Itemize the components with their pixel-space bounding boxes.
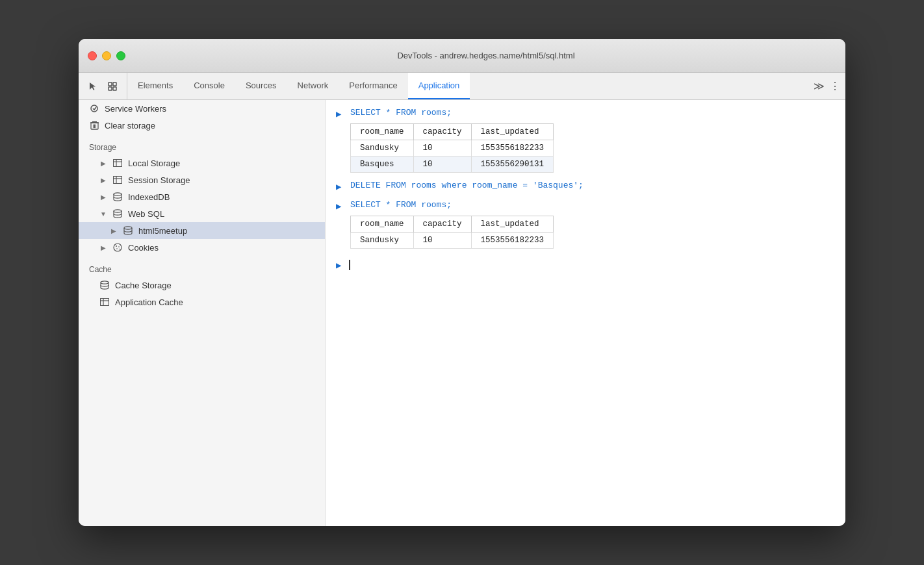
cell-last-updated: 1553556182233 bbox=[471, 232, 554, 249]
cell-room-name: Basques bbox=[351, 157, 414, 173]
close-button[interactable] bbox=[88, 51, 97, 60]
cursor-icon[interactable] bbox=[85, 79, 101, 94]
svg-rect-1 bbox=[113, 82, 116, 86]
service-workers-label: Service Workers bbox=[105, 104, 166, 114]
sql-console[interactable]: ▶ SELECT * FROM rooms; room_name capacit… bbox=[326, 100, 845, 279]
prompt-icon-input: ▶ bbox=[336, 259, 345, 271]
sql-command-2: DELETE FROM rooms where room_name = 'Bas… bbox=[350, 181, 584, 190]
indexeddb-icon bbox=[112, 192, 123, 202]
more-tabs-icon: ≫ bbox=[814, 80, 825, 92]
local-storage-icon bbox=[112, 158, 123, 168]
table-row: Basques 10 1553556290131 bbox=[351, 157, 554, 173]
sql-entry-1: ▶ SELECT * FROM rooms; room_name capacit… bbox=[336, 108, 835, 173]
sql-line-2: ▶ DELETE FROM rooms where room_name = 'B… bbox=[336, 181, 835, 192]
col-capacity-1: capacity bbox=[413, 124, 471, 140]
inspect-icon[interactable] bbox=[105, 79, 120, 94]
prompt-icon-2: ▶ bbox=[336, 181, 345, 192]
tab-bar: Elements Console Sources Network Perform… bbox=[127, 73, 808, 99]
col-capacity-2: capacity bbox=[413, 216, 471, 232]
svg-point-19 bbox=[114, 193, 122, 195]
trash-icon bbox=[89, 120, 99, 131]
kebab-menu-icon: ⋮ bbox=[830, 80, 840, 92]
cell-last-updated: 1553556290131 bbox=[471, 157, 554, 173]
col-room-name-1: room_name bbox=[351, 124, 414, 140]
prompt-icon-3: ▶ bbox=[336, 200, 345, 212]
sidebar-item-local-storage[interactable]: ▶ Local Storage bbox=[79, 155, 325, 171]
tab-network[interactable]: Network bbox=[287, 73, 339, 99]
sidebar-item-html5meetup[interactable]: ▶ html5meetup bbox=[79, 222, 325, 239]
local-storage-chevron: ▶ bbox=[99, 159, 107, 167]
sidebar: Service Workers Clear storage bbox=[79, 100, 326, 526]
tab-elements[interactable]: Elements bbox=[127, 73, 183, 99]
col-room-name-2: room_name bbox=[351, 216, 414, 232]
local-storage-label: Local Storage bbox=[128, 158, 180, 168]
titlebar: DevTools - andrew.hedges.name/html5/sql.… bbox=[79, 39, 845, 73]
application-cache-label: Application Cache bbox=[115, 297, 183, 307]
svg-rect-0 bbox=[109, 82, 112, 86]
sql-entry-3: ▶ SELECT * FROM rooms; room_name capacit… bbox=[336, 200, 835, 249]
html5meetup-label: html5meetup bbox=[138, 226, 187, 236]
cell-capacity: 10 bbox=[413, 140, 471, 157]
table-row: Sandusky 10 1553556182233 bbox=[351, 232, 554, 249]
svg-point-20 bbox=[114, 210, 122, 212]
tab-application[interactable]: Application bbox=[408, 73, 470, 99]
sidebar-item-cache-storage[interactable]: Cache Storage bbox=[79, 277, 325, 294]
svg-rect-2 bbox=[109, 87, 112, 90]
clear-storage-label: Clear storage bbox=[105, 121, 155, 131]
prompt-icon-1: ▶ bbox=[336, 108, 345, 119]
tab-sources[interactable]: Sources bbox=[235, 73, 287, 99]
sql-table-1: room_name capacity last_updated Sandusky… bbox=[350, 123, 554, 173]
sidebar-item-session-storage[interactable]: ▶ Session Storage bbox=[79, 171, 325, 188]
sidebar-item-application-cache[interactable]: Application Cache bbox=[79, 294, 325, 310]
svg-rect-3 bbox=[113, 87, 116, 90]
cookies-icon bbox=[112, 242, 123, 253]
html5meetup-icon bbox=[123, 225, 133, 236]
svg-point-21 bbox=[124, 227, 132, 229]
web-sql-icon bbox=[112, 208, 123, 219]
tab-performance[interactable]: Performance bbox=[339, 73, 407, 99]
sql-entry-2: ▶ DELETE FROM rooms where room_name = 'B… bbox=[336, 181, 835, 192]
col-last-updated-2: last_updated bbox=[471, 216, 554, 232]
sidebar-item-indexeddb[interactable]: ▶ IndexedDB bbox=[79, 188, 325, 205]
svg-rect-28 bbox=[101, 299, 109, 306]
sql-table-2: room_name capacity last_updated Sandusky… bbox=[350, 216, 554, 249]
sidebar-item-web-sql[interactable]: ▼ Web SQL bbox=[79, 205, 325, 222]
svg-point-23 bbox=[116, 245, 117, 247]
sidebar-item-cookies[interactable]: ▶ Cookies bbox=[79, 239, 325, 256]
toolbar-more[interactable]: ≫ ⋮ bbox=[808, 73, 845, 99]
cache-section-label: Cache bbox=[79, 256, 325, 277]
session-storage-chevron: ▶ bbox=[99, 176, 107, 184]
maximize-button[interactable] bbox=[116, 51, 125, 60]
sql-command-3: SELECT * FROM rooms; bbox=[350, 200, 452, 210]
web-sql-chevron: ▼ bbox=[99, 210, 107, 218]
cache-storage-icon bbox=[99, 280, 110, 290]
svg-point-22 bbox=[114, 244, 122, 251]
svg-rect-13 bbox=[114, 160, 122, 167]
sql-line-1: ▶ SELECT * FROM rooms; bbox=[336, 108, 835, 119]
devtools-window: DevTools - andrew.hedges.name/html5/sql.… bbox=[79, 39, 845, 526]
html5meetup-chevron: ▶ bbox=[110, 227, 118, 234]
svg-rect-16 bbox=[114, 177, 122, 184]
indexeddb-chevron: ▶ bbox=[99, 193, 107, 201]
indexeddb-label: IndexedDB bbox=[128, 192, 170, 202]
toolbar-icons bbox=[79, 73, 127, 99]
svg-point-26 bbox=[119, 249, 120, 249]
cookies-chevron: ▶ bbox=[99, 244, 107, 251]
cache-storage-label: Cache Storage bbox=[115, 281, 172, 290]
sidebar-item-clear-storage[interactable]: Clear storage bbox=[79, 117, 325, 134]
session-storage-icon bbox=[112, 175, 123, 185]
toolbar: Elements Console Sources Network Perform… bbox=[79, 73, 845, 100]
table-row: Sandusky 10 1553556182233 bbox=[351, 140, 554, 157]
traffic-lights bbox=[88, 51, 125, 60]
main-content: Service Workers Clear storage bbox=[79, 100, 845, 526]
sql-command-1: SELECT * FROM rooms; bbox=[350, 108, 452, 118]
tab-console[interactable]: Console bbox=[183, 73, 235, 99]
cell-capacity: 10 bbox=[413, 232, 471, 249]
window-title: DevTools - andrew.hedges.name/html5/sql.… bbox=[136, 51, 836, 60]
cursor-line: ▶ bbox=[336, 257, 835, 271]
text-cursor bbox=[349, 260, 350, 270]
svg-point-4 bbox=[91, 105, 97, 112]
minimize-button[interactable] bbox=[102, 51, 111, 60]
sidebar-item-service-workers[interactable]: Service Workers bbox=[79, 100, 325, 117]
cell-last-updated: 1553556182233 bbox=[471, 140, 554, 157]
